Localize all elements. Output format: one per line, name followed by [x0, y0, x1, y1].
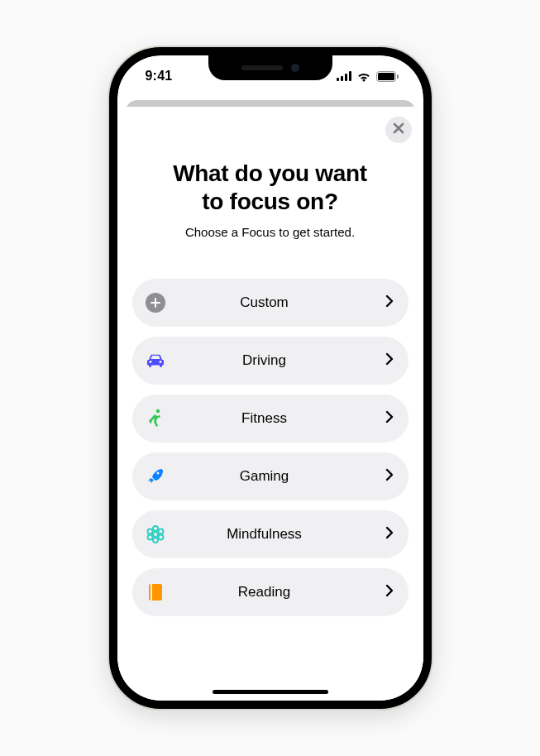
- focus-option-fitness[interactable]: Fitness: [132, 395, 409, 443]
- focus-picker-sheet: What do you want to focus on? Choose a F…: [117, 107, 423, 701]
- sheet-title-line2: to focus on?: [202, 189, 337, 214]
- side-button: [430, 262, 432, 342]
- home-indicator[interactable]: [213, 690, 328, 694]
- chevron-right-icon: [385, 294, 394, 311]
- focus-option-gaming[interactable]: Gaming: [132, 452, 409, 500]
- chevron-right-icon: [385, 526, 394, 543]
- chevron-right-icon: [385, 584, 394, 600]
- focus-option-reading[interactable]: Reading: [132, 568, 409, 616]
- option-label: Gaming: [144, 468, 385, 485]
- svg-rect-5: [378, 73, 394, 80]
- sheet-title-line1: What do you want: [173, 160, 367, 186]
- svg-rect-2: [345, 74, 347, 81]
- cellular-icon: [337, 71, 351, 81]
- status-time: 9:41: [146, 69, 173, 84]
- svg-rect-3: [349, 71, 351, 81]
- sheet-header: What do you want to focus on? Choose a F…: [132, 160, 409, 239]
- iphone-device-frame: 9:41: [109, 47, 432, 709]
- front-camera: [291, 64, 299, 72]
- volume-down-button: [109, 312, 111, 365]
- option-label: Mindfulness: [144, 526, 385, 543]
- mute-switch: [109, 204, 111, 234]
- wifi-icon: [356, 71, 371, 82]
- chevron-right-icon: [385, 468, 394, 485]
- close-icon: [393, 122, 404, 137]
- option-label: Reading: [144, 584, 385, 600]
- status-indicators: [337, 71, 399, 82]
- chevron-right-icon: [385, 410, 394, 427]
- option-label: Fitness: [144, 410, 385, 427]
- chevron-right-icon: [385, 352, 394, 369]
- svg-rect-6: [397, 74, 399, 79]
- focus-options-list: Custom Driving: [132, 279, 409, 616]
- volume-up-button: [109, 250, 111, 303]
- sheet-subtitle: Choose a Focus to get started.: [141, 225, 400, 239]
- screen: 9:41: [117, 55, 423, 701]
- focus-option-driving[interactable]: Driving: [132, 337, 409, 385]
- speaker: [241, 65, 283, 70]
- svg-rect-1: [341, 76, 343, 81]
- sheet-title: What do you want to focus on?: [141, 160, 400, 215]
- focus-option-custom[interactable]: Custom: [132, 279, 409, 327]
- close-button[interactable]: [385, 117, 412, 143]
- option-label: Driving: [144, 352, 385, 369]
- battery-icon: [376, 71, 399, 82]
- notch: [208, 55, 332, 80]
- svg-rect-0: [337, 78, 339, 81]
- option-label: Custom: [144, 294, 385, 311]
- focus-option-mindfulness[interactable]: Mindfulness: [132, 510, 409, 558]
